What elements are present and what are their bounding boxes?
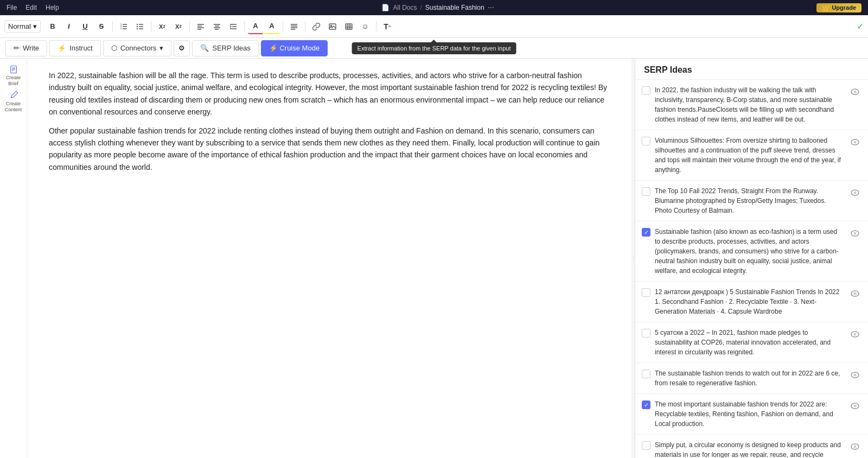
italic-button[interactable]: I [61,19,76,34]
table-button[interactable] [341,19,356,34]
serp-list-item: Voluminous Silhouettes: From oversize sh… [635,130,868,181]
link-button[interactable] [309,19,324,34]
serp-item-eye-icon[interactable] [848,440,861,453]
strikethrough-button[interactable]: S [94,19,109,34]
ordered-list-button[interactable]: 123 [116,19,131,34]
edit-menu[interactable]: Edit [25,4,37,11]
serp-item-checkbox[interactable] [642,187,650,196]
serp-list-item: The sustainable fashion trends to watch … [635,363,868,394]
svg-point-10 [137,26,138,27]
font-color-button[interactable]: A [248,19,263,34]
serp-item-eye-icon[interactable] [848,399,861,412]
serp-item-eye-icon[interactable] [848,328,861,341]
serp-item-eye-icon[interactable] [848,368,861,381]
serp-item-text: 5 суатски а 2022 – In 2021, fashion made… [655,328,844,357]
svg-point-47 [854,292,857,295]
emoji-button[interactable]: ☺ [358,19,373,34]
svg-point-43 [854,192,857,194]
serp-item-checkbox[interactable] [642,86,650,95]
indent-button[interactable] [226,19,241,34]
serp-item-checkbox[interactable] [642,288,650,297]
text-align-button[interactable] [286,19,302,34]
serp-item-text: Sustainable fashion (also known as eco-f… [655,227,844,276]
tab-settings-button[interactable]: ⚙ [174,40,190,56]
align-center-button[interactable] [209,19,225,34]
serp-item-text: Voluminous Silhouettes: From oversize sh… [655,136,844,175]
svg-point-49 [854,333,857,336]
nav-menu: File Edit Help [7,4,59,11]
serp-list-item: ✓The most important sustainable fashion … [635,394,868,435]
tab-connectors[interactable]: ⬡ Connectors ▾ [103,40,171,56]
serp-list-item: ✓Sustainable fashion (also known as eco-… [635,221,868,282]
serp-list-item: In 2022, the fashion industry will be wa… [635,80,868,130]
serp-header: SERP Ideas Extract information from the … [635,59,868,80]
serp-item-eye-icon[interactable] [848,186,861,199]
serp-item-text: Simply put, a circular economy is design… [655,440,844,458]
svg-point-39 [854,91,857,93]
serp-item-checkbox[interactable]: ✓ [642,228,650,237]
serp-item-eye-icon[interactable] [848,85,861,98]
check-icon: ✓ [857,21,864,31]
top-navigation: File Edit Help 📄 All Docs / Sustainable … [0,0,868,15]
svg-rect-27 [329,24,336,29]
serp-item-checkbox[interactable] [642,329,650,338]
clear-format-button[interactable]: T× [380,19,395,34]
serp-item-eye-icon[interactable] [848,136,861,149]
svg-text:3: 3 [120,27,122,30]
all-docs-link[interactable]: All Docs [393,4,417,11]
image-button[interactable] [325,19,340,34]
separator-3 [189,21,190,32]
paragraph-2: Other popular sustainable fashion trends… [49,125,610,174]
tab-instruct[interactable]: ⚡ Instruct [49,40,101,56]
connectors-icon: ⬡ [111,44,117,52]
sidebar-item-create-content[interactable]: Create Content [3,91,24,113]
svg-point-53 [854,405,857,408]
separator-2 [151,21,151,32]
formatting-toolbar: Normal ▾ B I U S 123 X2 X2 A A ☺ T× ✓ [0,15,868,38]
highlight-button[interactable]: A [264,19,279,34]
bold-button[interactable]: B [45,19,60,34]
separator-4 [244,21,245,32]
serp-item-eye-icon[interactable] [848,287,861,300]
svg-point-41 [854,141,857,144]
serp-list-item: 12 антатски дендроарк ) 5 Sustainable Fa… [635,282,868,322]
serp-list-item: The Top 10 Fall 2022 Trends, Straight Fr… [635,181,868,221]
tab-serp-ideas[interactable]: 🔍 SERP Ideas [192,40,259,56]
serp-item-checkbox[interactable]: ✓ [642,400,650,409]
upgrade-icon: 👑 [822,4,829,11]
svg-point-55 [854,446,857,448]
serp-list-item: Simply put, a circular economy is design… [635,435,868,458]
serp-item-text: In 2022, the fashion industry will be wa… [655,85,844,124]
doc-icon: 📄 [381,4,390,11]
subscript-button[interactable]: X2 [155,19,170,34]
svg-point-9 [137,23,138,24]
content-icon [9,91,18,99]
svg-rect-29 [346,24,352,29]
serp-item-text: 12 антатски дендроарк ) 5 Sustainable Fa… [655,287,844,316]
file-menu[interactable]: File [7,4,17,11]
underline-button[interactable]: U [78,19,93,34]
serp-item-eye-icon[interactable] [848,227,861,240]
editor-area[interactable]: In 2022, sustainable fashion will be all… [27,59,631,458]
share-icon[interactable]: ⋯ [488,4,494,11]
tab-write[interactable]: ✏ Write [5,40,47,56]
chevron-down-icon: ▾ [33,22,37,30]
chevron-down-icon: ▾ [159,44,163,52]
upgrade-button[interactable]: 👑 Upgrade [816,3,861,12]
serp-item-checkbox[interactable] [642,137,650,145]
serp-item-checkbox[interactable] [642,370,650,378]
paragraph-style-select[interactable]: Normal ▾ [4,20,41,33]
help-menu[interactable]: Help [46,4,59,11]
separator-6 [305,21,305,32]
settings-icon: ⚙ [178,44,185,52]
align-left-button[interactable] [193,19,208,34]
superscript-button[interactable]: X2 [171,19,186,34]
serp-panel: SERP Ideas Extract information from the … [635,59,868,458]
breadcrumb-separator: / [420,4,422,11]
serp-title: SERP Ideas [644,65,859,75]
serp-item-checkbox[interactable] [642,441,650,450]
unordered-list-button[interactable] [132,19,148,34]
svg-point-51 [854,374,857,377]
sidebar-item-create-brief[interactable]: Create Brief [3,65,24,87]
tab-cruise-mode[interactable]: ⚡ Cruise Mode [261,40,328,56]
